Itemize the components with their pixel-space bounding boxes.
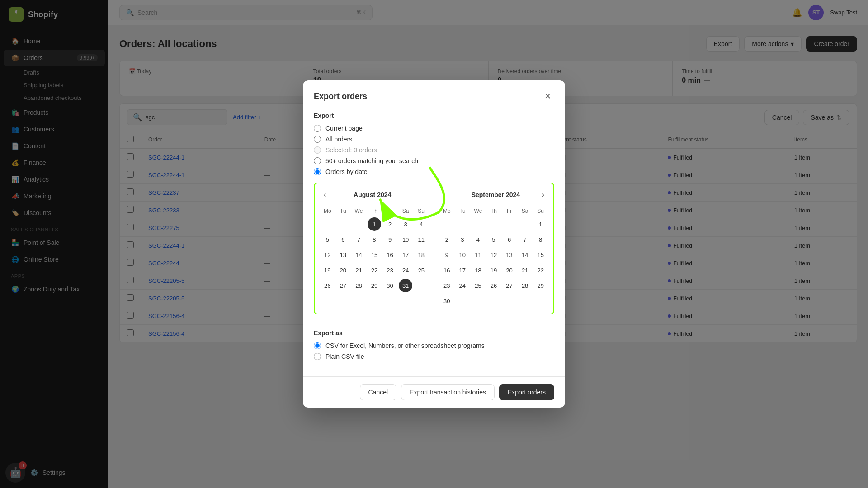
sep-day-18[interactable]: 18 <box>471 263 485 277</box>
aug-day-24[interactable]: 24 <box>399 263 412 277</box>
sep-empty-end-3 <box>487 294 500 308</box>
radio-by-date[interactable] <box>314 168 321 175</box>
aug-day-18[interactable]: 18 <box>415 248 428 262</box>
aug-day-17[interactable]: 17 <box>399 248 412 262</box>
sep-day-10[interactable]: 10 <box>456 248 469 262</box>
sep-day-5[interactable]: 5 <box>487 233 500 246</box>
aug-day-30[interactable]: 30 <box>383 279 397 292</box>
sep-day-12[interactable]: 12 <box>487 248 500 262</box>
sep-day-6[interactable]: 6 <box>503 233 516 246</box>
aug-day-1[interactable]: 1 <box>368 217 381 231</box>
sep-day-22[interactable]: 22 <box>534 263 547 277</box>
sep-day-header-fr: Fr <box>502 206 517 216</box>
radio-all-orders[interactable] <box>314 136 321 143</box>
radio-csv-excel[interactable] <box>314 342 321 349</box>
calendar-prev-button[interactable]: ‹ <box>320 189 330 201</box>
aug-day-20[interactable]: 20 <box>336 263 350 277</box>
option-all-orders[interactable]: All orders <box>314 136 554 143</box>
format-plain-csv[interactable]: Plain CSV file <box>314 353 554 360</box>
sep-day-29[interactable]: 29 <box>534 279 547 292</box>
sep-day-24[interactable]: 24 <box>456 279 469 292</box>
format-csv-excel[interactable]: CSV for Excel, Numbers, or other spreads… <box>314 342 554 349</box>
sep-day-2[interactable]: 2 <box>440 233 453 246</box>
calendar-september-nav: September 2024 › <box>439 189 548 201</box>
sep-day-header-mo: Mo <box>439 206 454 216</box>
sep-empty-end-6 <box>534 294 547 308</box>
aug-day-25[interactable]: 25 <box>415 263 428 277</box>
sep-day-20[interactable]: 20 <box>503 263 516 277</box>
aug-day-11[interactable]: 11 <box>415 233 428 246</box>
export-transaction-histories-button[interactable]: Export transaction histories <box>401 384 495 400</box>
radio-current-page[interactable] <box>314 125 321 132</box>
sep-day-30[interactable]: 30 <box>440 294 453 308</box>
sep-day-16[interactable]: 16 <box>440 263 453 277</box>
aug-day-16[interactable]: 16 <box>383 248 397 262</box>
sep-day-27[interactable]: 27 <box>503 279 516 292</box>
august-title: August 2024 <box>354 191 391 198</box>
sep-day-7[interactable]: 7 <box>518 233 532 246</box>
sep-day-13[interactable]: 13 <box>503 248 516 262</box>
calendar-september-grid: Mo Tu We Th Fr Sa Su <box>439 206 548 308</box>
aug-day-7[interactable]: 7 <box>352 233 365 246</box>
export-orders-button[interactable]: Export orders <box>499 384 554 400</box>
aug-day-4[interactable]: 4 <box>415 217 428 231</box>
sep-empty-4 <box>487 217 500 231</box>
export-as-label: Export as <box>314 329 554 337</box>
sep-day-15[interactable]: 15 <box>534 248 547 262</box>
sep-day-17[interactable]: 17 <box>456 263 469 277</box>
aug-day-22[interactable]: 22 <box>368 263 381 277</box>
sep-day-21[interactable]: 21 <box>518 263 532 277</box>
aug-day-13[interactable]: 13 <box>336 248 350 262</box>
sep-day-19[interactable]: 19 <box>487 263 500 277</box>
aug-day-3[interactable]: 3 <box>399 217 412 231</box>
calendar-next-button[interactable]: › <box>538 189 548 201</box>
aug-day-9[interactable]: 9 <box>383 233 397 246</box>
modal-footer: Cancel Export transaction histories Expo… <box>303 376 565 408</box>
calendar-august-nav: ‹ August 2024 <box>320 189 429 201</box>
sep-day-4[interactable]: 4 <box>471 233 485 246</box>
calendar-september: September 2024 › Mo Tu We Th Fr Sa Su <box>439 189 548 308</box>
sep-day-25[interactable]: 25 <box>471 279 485 292</box>
sep-day-header-tu: Tu <box>455 206 470 216</box>
option-current-page[interactable]: Current page <box>314 125 554 132</box>
sep-day-26[interactable]: 26 <box>487 279 500 292</box>
aug-day-8[interactable]: 8 <box>368 233 381 246</box>
radio-plain-csv[interactable] <box>314 353 321 360</box>
modal-cancel-button[interactable]: Cancel <box>360 384 397 400</box>
sep-day-11[interactable]: 11 <box>471 248 485 262</box>
day-header-fr: Fr <box>382 206 397 216</box>
aug-day-19[interactable]: 19 <box>321 263 334 277</box>
calendar-august: ‹ August 2024 Mo Tu We Th Fr Sa Su <box>320 189 429 308</box>
sep-day-3[interactable]: 3 <box>456 233 469 246</box>
day-header-th: Th <box>367 206 382 216</box>
sep-day-8[interactable]: 8 <box>534 233 547 246</box>
sep-day-28[interactable]: 28 <box>518 279 532 292</box>
aug-day-28[interactable]: 28 <box>352 279 365 292</box>
sep-empty-end-5 <box>518 294 532 308</box>
september-title: September 2024 <box>472 191 520 198</box>
sep-empty-1 <box>440 217 453 231</box>
sep-day-1[interactable]: 1 <box>534 217 547 231</box>
aug-day-2[interactable]: 2 <box>383 217 397 231</box>
sep-day-14[interactable]: 14 <box>518 248 532 262</box>
aug-day-21[interactable]: 21 <box>352 263 365 277</box>
aug-day-23[interactable]: 23 <box>383 263 397 277</box>
modal-overlay[interactable]: Export orders ✕ Export Current page All … <box>0 0 868 488</box>
aug-day-12[interactable]: 12 <box>321 248 334 262</box>
aug-day-26[interactable]: 26 <box>321 279 334 292</box>
option-search-match[interactable]: 50+ orders matching your search <box>314 157 554 164</box>
sep-day-9[interactable]: 9 <box>440 248 453 262</box>
aug-day-5[interactable]: 5 <box>321 233 334 246</box>
aug-day-14[interactable]: 14 <box>352 248 365 262</box>
aug-day-31[interactable]: 31 <box>399 279 412 292</box>
radio-search-match[interactable] <box>314 157 321 164</box>
aug-day-27[interactable]: 27 <box>336 279 350 292</box>
sep-day-23[interactable]: 23 <box>440 279 453 292</box>
modal-close-button[interactable]: ✕ <box>541 89 554 103</box>
aug-day-10[interactable]: 10 <box>399 233 412 246</box>
aug-day-6[interactable]: 6 <box>336 233 350 246</box>
option-by-date[interactable]: Orders by date <box>314 168 554 175</box>
aug-day-29[interactable]: 29 <box>368 279 381 292</box>
aug-day-15[interactable]: 15 <box>368 248 381 262</box>
sep-empty-end-2 <box>471 294 485 308</box>
